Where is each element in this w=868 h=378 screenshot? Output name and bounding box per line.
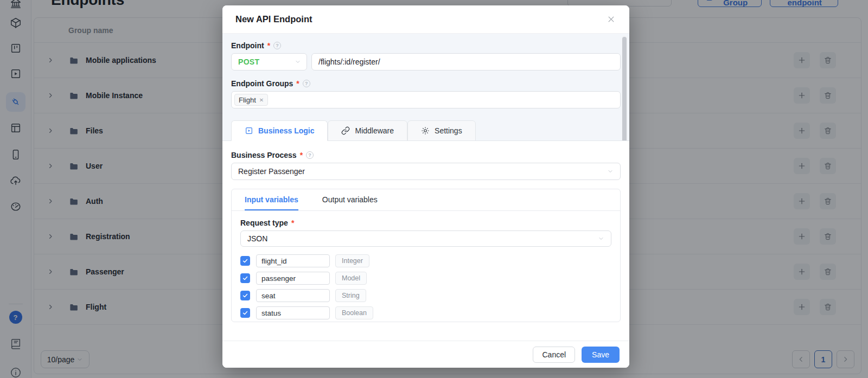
gear-icon: [421, 126, 430, 135]
endpoint-field-label: Endpoint * ?: [231, 41, 621, 50]
tab-label: Input variables: [245, 195, 298, 204]
variable-type-badge: Integer: [335, 254, 369, 267]
help-circle-icon[interactable]: ?: [306, 151, 314, 159]
tab-label: Business Logic: [258, 126, 314, 135]
play-square-icon: [245, 126, 253, 135]
tab-middleware[interactable]: Middleware: [328, 120, 407, 141]
endpoint-groups-input[interactable]: Flight ✕: [231, 91, 621, 108]
variable-name-input[interactable]: [256, 254, 330, 267]
group-tag-label: Flight: [239, 96, 256, 104]
tab-label: Output variables: [322, 195, 378, 204]
endpoint-groups-label: Endpoint Groups * ?: [231, 79, 621, 88]
variable-row: Model: [240, 272, 611, 285]
label-text: Business Process: [231, 151, 297, 159]
variable-checkbox[interactable]: [240, 308, 250, 318]
app-root: ? Endpoints New Group New endpoint Group…: [0, 0, 868, 378]
link-icon: [341, 126, 350, 135]
method-value: POST: [238, 57, 259, 66]
variables-card: Input variables Output variables Request…: [231, 189, 621, 322]
method-select[interactable]: POST: [231, 53, 307, 71]
modal-footer: Cancel Save: [222, 341, 629, 368]
tab-business-logic[interactable]: Business Logic: [231, 120, 328, 141]
variable-name-input[interactable]: [256, 289, 330, 302]
help-circle-icon[interactable]: ?: [273, 42, 281, 49]
business-process-select[interactable]: Register Passenger: [231, 163, 621, 180]
variables-list: Integer Model String: [240, 254, 611, 319]
check-icon: [242, 310, 248, 316]
tab-settings[interactable]: Settings: [407, 120, 476, 141]
close-modal-button[interactable]: [604, 13, 617, 26]
modal-body: Endpoint * ? POST Endpoint Groups * ? Fl…: [222, 34, 629, 341]
variable-row: Integer: [240, 254, 611, 267]
modal-title: New API Endpoint: [235, 14, 312, 24]
close-icon: [607, 15, 615, 23]
variable-checkbox[interactable]: [240, 256, 250, 266]
variable-row: String: [240, 289, 611, 302]
variable-type-badge: String: [335, 289, 366, 302]
tab-label: Middleware: [355, 126, 394, 135]
new-api-endpoint-modal: New API Endpoint Endpoint * ? POST Endpo…: [222, 5, 629, 368]
chevron-down-icon: [598, 235, 604, 242]
variables-tabs: Input variables Output variables: [232, 189, 620, 211]
tab-output-variables[interactable]: Output variables: [322, 189, 378, 210]
variable-checkbox[interactable]: [240, 273, 250, 283]
save-button[interactable]: Save: [582, 347, 620, 363]
variable-name-input[interactable]: [256, 272, 330, 285]
check-icon: [242, 292, 248, 299]
business-logic-panel: Business Process * ? Register Passenger …: [222, 140, 629, 341]
help-circle-icon[interactable]: ?: [303, 80, 310, 87]
check-icon: [242, 258, 248, 264]
business-process-value: Register Passenger: [238, 167, 305, 176]
chevron-down-icon: [607, 168, 614, 175]
cancel-button[interactable]: Cancel: [533, 347, 575, 363]
required-marker: *: [296, 79, 299, 88]
required-marker: *: [300, 151, 303, 159]
business-process-label: Business Process * ?: [231, 151, 621, 159]
variable-type-badge: Model: [335, 272, 367, 285]
tab-label: Settings: [435, 126, 462, 135]
request-type-select[interactable]: JSON: [240, 230, 611, 247]
label-text: Request type: [240, 219, 288, 227]
modal-header: New API Endpoint: [222, 5, 629, 34]
endpoint-url-input[interactable]: [311, 53, 621, 71]
check-icon: [242, 275, 248, 281]
close-small-icon: ✕: [259, 97, 264, 103]
variable-type-badge: Boolean: [335, 306, 373, 319]
tab-input-variables[interactable]: Input variables: [245, 189, 298, 210]
variable-checkbox[interactable]: [240, 291, 250, 300]
group-tag: Flight ✕: [234, 94, 268, 106]
remove-tag-button[interactable]: ✕: [259, 97, 264, 103]
label-text: Endpoint Groups: [231, 79, 293, 88]
variable-name-input[interactable]: [256, 306, 330, 319]
required-marker: *: [267, 41, 270, 50]
variable-row: Boolean: [240, 306, 611, 319]
chevron-down-icon: [295, 59, 301, 65]
label-text: Endpoint: [231, 41, 264, 50]
required-marker: *: [291, 219, 294, 227]
modal-tabs: Business Logic Middleware Settings: [231, 120, 621, 141]
request-type-value: JSON: [247, 234, 267, 243]
request-type-label: Request type *: [240, 219, 611, 227]
